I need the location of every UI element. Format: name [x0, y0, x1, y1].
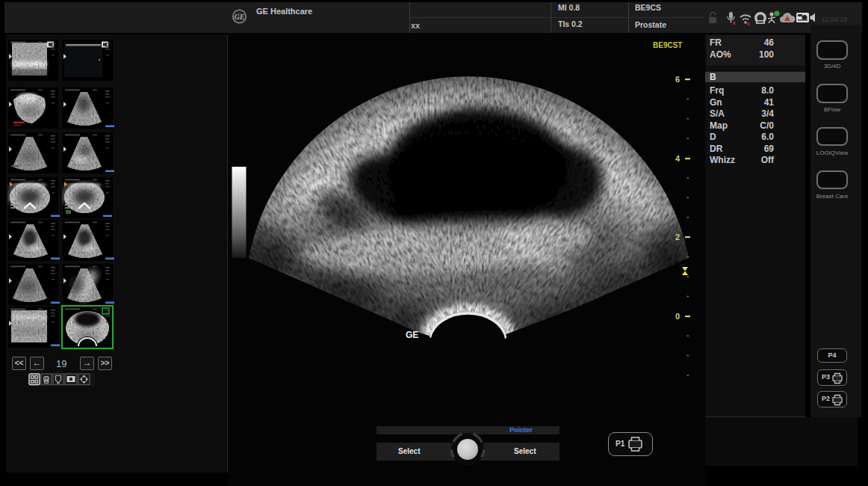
svg-text:GE: GE: [235, 13, 245, 21]
svg-text:x: x: [747, 21, 750, 26]
svg-text:6: 6: [675, 75, 680, 84]
svg-text:GE: GE: [406, 330, 418, 340]
svg-text:11:04:29: 11:04:29: [822, 16, 847, 23]
svg-text:0: 0: [675, 312, 680, 321]
svg-text:2: 2: [675, 233, 680, 242]
svg-text:4: 4: [675, 154, 681, 163]
svg-text:BE9CST: BE9CST: [653, 41, 682, 49]
svg-text:x: x: [733, 20, 736, 25]
